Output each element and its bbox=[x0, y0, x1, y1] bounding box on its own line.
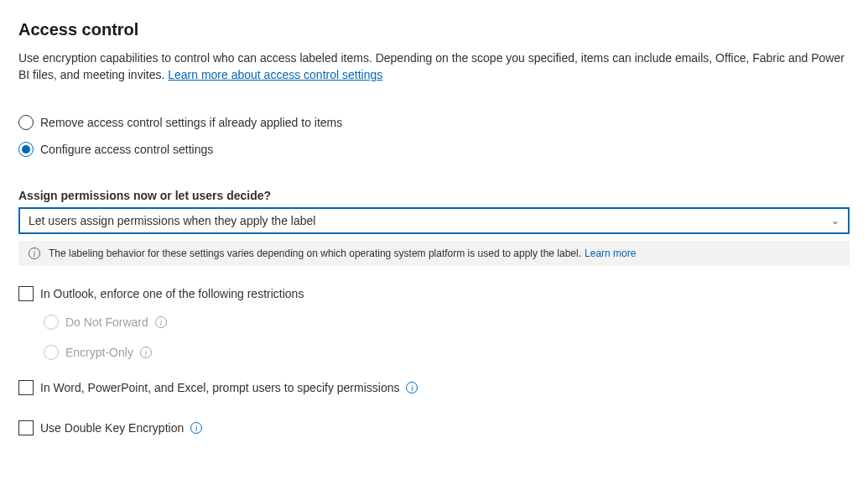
radio-icon bbox=[18, 115, 34, 130]
checkbox-label: Use Double Key Encryption bbox=[40, 421, 184, 435]
radio-icon bbox=[44, 315, 59, 330]
info-icon[interactable]: i bbox=[406, 382, 418, 394]
info-icon: i bbox=[29, 248, 40, 259]
learn-more-access-control-link[interactable]: Learn more about access control settings bbox=[168, 68, 382, 81]
radio-label: Remove access control settings if alread… bbox=[40, 116, 342, 129]
radio-label: Do Not Forward bbox=[65, 315, 148, 329]
checkbox-icon bbox=[18, 420, 34, 435]
radio-icon bbox=[44, 345, 59, 360]
info-banner: i The labeling behavior for these settin… bbox=[18, 241, 850, 266]
radio-configure-access-control[interactable]: Configure access control settings bbox=[18, 142, 850, 157]
info-icon[interactable]: i bbox=[140, 347, 152, 358]
page-title: Access control bbox=[18, 20, 850, 39]
assign-permissions-dropdown[interactable]: Let users assign permissions when they a… bbox=[18, 207, 850, 234]
checkbox-icon bbox=[18, 380, 34, 395]
page-description: Use encryption capabilities to control w… bbox=[18, 50, 850, 83]
info-icon[interactable]: i bbox=[190, 422, 202, 434]
chevron-down-icon: ⌄ bbox=[831, 215, 839, 227]
radio-label: Encrypt-Only bbox=[65, 346, 133, 359]
checkbox-double-key-encryption[interactable]: Use Double Key Encryption i bbox=[18, 420, 850, 435]
info-icon[interactable]: i bbox=[155, 316, 167, 328]
checkbox-outlook-restrictions[interactable]: In Outlook, enforce one of the following… bbox=[18, 286, 850, 301]
radio-remove-access-control[interactable]: Remove access control settings if alread… bbox=[18, 115, 850, 130]
checkbox-icon bbox=[18, 286, 34, 301]
info-banner-learn-more-link[interactable]: Learn more bbox=[585, 248, 636, 259]
radio-icon bbox=[18, 142, 34, 157]
assign-permissions-label: Assign permissions now or let users deci… bbox=[18, 189, 850, 202]
info-banner-text: The labeling behavior for these settings… bbox=[49, 248, 581, 259]
radio-encrypt-only[interactable]: Encrypt-Only i bbox=[44, 345, 850, 360]
checkbox-label: In Word, PowerPoint, and Excel, prompt u… bbox=[40, 381, 399, 394]
checkbox-word-ppt-excel-permissions[interactable]: In Word, PowerPoint, and Excel, prompt u… bbox=[18, 380, 850, 395]
checkbox-label: In Outlook, enforce one of the following… bbox=[40, 287, 304, 300]
dropdown-value: Let users assign permissions when they a… bbox=[29, 214, 315, 227]
radio-do-not-forward[interactable]: Do Not Forward i bbox=[44, 315, 850, 330]
radio-label: Configure access control settings bbox=[40, 143, 213, 156]
